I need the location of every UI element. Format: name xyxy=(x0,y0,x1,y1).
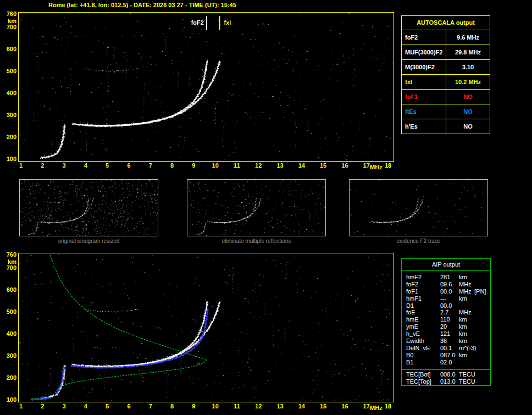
x-axis-tick: 13 xyxy=(276,403,283,410)
y-axis-tick: 300 xyxy=(1,352,16,359)
aip-row-hmf2: hmF2281km xyxy=(402,274,490,281)
aip-table-separator xyxy=(402,369,490,370)
aip-row-hme: hmE110km xyxy=(402,316,490,323)
autoscala-output-table: AUTOSCALA output foF29.6 MHzMUF(3000)F22… xyxy=(401,15,490,134)
x-axis-tick: 14 xyxy=(298,162,305,169)
aip-param-value: 2.7 xyxy=(440,309,448,316)
x-axis-tick: 12 xyxy=(255,162,262,169)
aip-row-h-ve: h_vE121km xyxy=(402,330,490,337)
thumbnail-caption-original: original ionogram resized xyxy=(19,238,158,244)
aip-param-unit: km xyxy=(459,274,467,281)
aip-param-unit: TECU xyxy=(459,378,475,385)
aip-output-table: AIP output hmF2281kmfoF209.6MHzfoF100.0M… xyxy=(401,258,491,386)
aip-param-value: 00.0 xyxy=(440,302,452,309)
aip-param-value: 00.0 xyxy=(440,288,452,295)
aip-param-unit: km xyxy=(459,295,467,302)
aip-param-unit: TECU xyxy=(459,371,475,378)
aip-row-tec-top: TEC[Top]013.0TECU xyxy=(402,378,490,385)
aip-tec-rows: TEC[Bot]008.0TECUTEC[Top]013.0TECU xyxy=(402,371,490,385)
parameter-label: fxI xyxy=(402,75,446,89)
aip-param-label: B1 xyxy=(406,359,413,366)
x-axis-tick: 9 xyxy=(192,162,195,169)
parameter-value: 9.6 MHz xyxy=(446,30,490,45)
x-axis-tick: 5 xyxy=(106,162,109,169)
aip-row-b0: B0087.0km xyxy=(402,352,490,359)
aip-row-tec-bot: TEC[Bot]008.0TECU xyxy=(402,371,490,378)
ionogram-canvas-top xyxy=(19,13,392,160)
marker-label-fxi: fxI xyxy=(224,19,231,26)
x-axis-tick: 11 xyxy=(234,403,240,410)
y-axis-tick: 700 xyxy=(1,264,16,271)
aip-row-fof2: foF209.6MHz xyxy=(402,281,490,288)
x-axis-unit-label: MHz xyxy=(370,405,383,411)
thumbnail-original-ionogram xyxy=(19,179,158,236)
aip-param-unit: MHz xyxy=(459,281,472,288)
y-axis-unit-label: km xyxy=(1,258,16,265)
aip-row-yme: ymE20km xyxy=(402,323,490,330)
thumbnail-f2-evidence xyxy=(349,179,488,236)
x-axis-tick: 5 xyxy=(106,403,109,410)
aip-param-value: 087.0 xyxy=(440,352,456,359)
thumbnail-canvas-f2-evidence xyxy=(350,180,487,236)
aip-row-ewidth: Ewidth36km xyxy=(402,337,490,345)
thumbnail-canvas-cleaned xyxy=(187,180,325,236)
x-axis-tick: 15 xyxy=(320,403,326,410)
x-axis-tick: 11 xyxy=(234,162,240,169)
aip-param-label: hmF2 xyxy=(406,274,422,281)
aip-param-label: D1 xyxy=(406,302,414,309)
y-axis-tick: 100 xyxy=(1,396,16,403)
aip-param-label: ymE xyxy=(406,323,418,330)
autoscala-row-muf-3000-f2: MUF(3000)F229.8 MHz xyxy=(402,45,490,59)
aip-row-deln-ve: DelN_vE00.1m^(-3) xyxy=(402,345,490,352)
aip-param-value: 00.1 xyxy=(440,345,452,352)
aip-param-value: 09.6 xyxy=(440,281,452,288)
aip-row-fof1: foF100.0MHz[PN] xyxy=(402,288,490,295)
parameter-label: foF1 xyxy=(402,90,446,104)
y-axis-tick: 760 xyxy=(1,10,16,17)
x-axis-tick: 17 xyxy=(363,162,370,169)
x-axis-tick: 3 xyxy=(63,162,66,169)
x-axis-tick: 7 xyxy=(149,403,152,410)
x-axis-unit-label: MHz xyxy=(370,164,383,170)
y-axis-tick: 500 xyxy=(1,68,16,74)
ionogram-plot-top: foF2fxI xyxy=(18,12,394,162)
y-axis-tick: 600 xyxy=(1,286,16,293)
aip-param-label: foF2 xyxy=(406,281,418,288)
x-axis-tick: 8 xyxy=(170,403,174,410)
aip-param-value: 20 xyxy=(440,323,447,330)
parameter-label: foF2 xyxy=(402,30,446,45)
station-date-title: Rome (lat: +41.8, lon: 012.5) - DATE: 20… xyxy=(48,2,236,8)
y-axis-tick: 300 xyxy=(1,112,16,118)
y-axis-tick: 700 xyxy=(1,24,16,30)
aip-param-label: TEC[Top] xyxy=(406,378,431,385)
aip-param-label: h_vE xyxy=(406,330,420,337)
x-axis-tick: 1 xyxy=(19,162,23,169)
parameter-value: 10.2 MHz xyxy=(446,75,490,89)
x-axis-tick: 4 xyxy=(84,403,87,410)
aip-param-value: 281 xyxy=(440,274,450,281)
autoscala-row-fxi: fxI10.2 MHz xyxy=(402,74,490,89)
x-axis-tick: 2 xyxy=(41,403,44,410)
thumbnail-caption-cleaned: eliminate multiple reflections xyxy=(187,238,326,244)
parameter-label: MUF(3000)F2 xyxy=(402,45,446,59)
x-axis-tick: 10 xyxy=(212,162,219,169)
thumbnail-cleaned-ionogram xyxy=(187,179,326,236)
aip-param-label: TEC[Bot] xyxy=(406,371,431,378)
parameter-value: NO xyxy=(446,90,490,104)
autoscala-row-fof2: foF29.6 MHz xyxy=(402,30,490,45)
aip-param-unit: MHz xyxy=(459,288,472,295)
aip-param-label: B0 xyxy=(406,352,413,359)
x-axis-tick: 10 xyxy=(212,403,219,410)
autoscala-row-fof1: foF1NO xyxy=(402,89,490,104)
x-axis-tick: 14 xyxy=(298,403,305,410)
autoscala-output-title: AUTOSCALA output xyxy=(402,16,490,30)
x-axis-tick: 8 xyxy=(170,162,174,169)
y-axis-tick: 500 xyxy=(1,308,16,315)
aip-row-foe: foE2.7MHz xyxy=(402,309,490,316)
x-axis-tick: 3 xyxy=(63,403,66,410)
autoscala-window: Rome (lat: +41.8, lon: 012.5) - DATE: 20… xyxy=(0,0,532,415)
aip-param-value: 008.0 xyxy=(440,371,456,378)
aip-param-value: 110 xyxy=(440,316,450,323)
aip-param-label: Ewidth xyxy=(406,337,424,345)
x-axis-tick: 7 xyxy=(149,162,152,169)
